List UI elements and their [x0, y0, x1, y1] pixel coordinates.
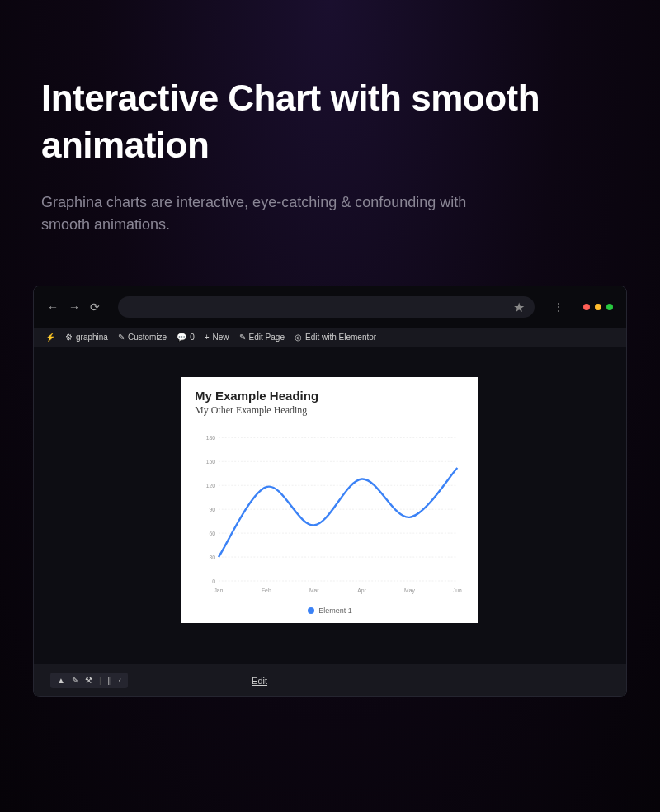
svg-text:Feb: Feb [262, 588, 271, 593]
elementor-icon: ◎ [295, 333, 302, 342]
wp-elementor-label: Edit with Elementor [305, 333, 376, 342]
wp-customize-link[interactable]: ✎ Customize [118, 333, 167, 342]
reload-icon[interactable]: ⟳ [90, 300, 100, 314]
tool-icon[interactable]: ⚒ [85, 676, 92, 685]
svg-text:90: 90 [210, 507, 216, 512]
wp-edit-label: Edit Page [249, 333, 285, 342]
back-icon[interactable]: ← [47, 300, 59, 314]
minimize-icon[interactable] [595, 304, 601, 310]
wp-new-label: New [213, 333, 229, 342]
wp-site-link[interactable]: ⚙ graphina [65, 333, 108, 342]
wp-admin-bar: ⚡ ⚙ graphina ✎ Customize 💬 0 + New ✎ Edi… [34, 328, 626, 347]
svg-text:120: 120 [206, 484, 216, 489]
editor-canvas: My Example Heading My Other Example Head… [34, 347, 626, 664]
wp-comments-count: 0 [190, 333, 195, 342]
hero-section: Interactive Chart with smooth animation … [0, 0, 660, 261]
svg-text:Mar: Mar [309, 588, 319, 593]
maximize-icon[interactable] [606, 304, 613, 310]
divider: | [99, 676, 101, 685]
svg-text:0: 0 [212, 578, 215, 584]
legend-dot-icon [308, 607, 314, 614]
browser-toolbar: ← → ⟳ ★ ⋮ [34, 286, 626, 328]
edit-link[interactable]: Edit [252, 676, 267, 686]
wp-logo-icon[interactable]: ⚡ [45, 333, 55, 342]
pause-icon[interactable]: || [108, 676, 112, 685]
svg-text:Jun: Jun [453, 588, 462, 593]
pointer-icon[interactable]: ▲ [57, 676, 65, 685]
svg-text:150: 150 [206, 460, 216, 465]
svg-text:180: 180 [206, 436, 216, 441]
hero-title: Interactive Chart with smooth animation [41, 74, 619, 168]
svg-text:May: May [404, 588, 415, 594]
traffic-lights [583, 304, 613, 310]
close-icon[interactable] [583, 304, 590, 310]
browser-window: ← → ⟳ ★ ⋮ ⚡ ⚙ graphina ✎ Customize 💬 0 + [33, 286, 627, 697]
wp-comments-link[interactable]: 💬 0 [177, 333, 195, 342]
comment-icon: 💬 [177, 333, 186, 342]
site-icon: ⚙ [65, 333, 73, 342]
elementor-toolbar: ▲ ✎ ⚒ | || ‹ Edit [34, 664, 626, 696]
line-chart: 0306090120150180JanFebMarAprMayJun [195, 427, 465, 600]
chart-widget[interactable]: My Example Heading My Other Example Head… [182, 377, 478, 623]
legend-label: Element 1 [318, 607, 352, 615]
customize-icon: ✎ [118, 333, 125, 342]
plus-icon: + [205, 333, 210, 342]
pencil-icon[interactable]: ✎ [72, 676, 78, 685]
wp-site-label: graphina [76, 333, 108, 342]
menu-dots-icon[interactable]: ⋮ [553, 300, 565, 314]
edit-icon: ✎ [239, 333, 246, 342]
chart-title: My Example Heading [195, 389, 465, 403]
back-icon[interactable]: ‹ [119, 676, 121, 685]
tool-group: ▲ ✎ ⚒ | || ‹ [50, 673, 128, 688]
forward-icon[interactable]: → [68, 300, 80, 314]
url-bar[interactable]: ★ [118, 296, 535, 318]
star-icon[interactable]: ★ [513, 300, 525, 315]
wp-new-link[interactable]: + New [205, 333, 229, 342]
wp-customize-label: Customize [128, 333, 167, 342]
svg-text:30: 30 [210, 555, 216, 560]
wp-edit-page-link[interactable]: ✎ Edit Page [239, 333, 285, 342]
chart-subtitle: My Other Example Heading [195, 404, 465, 417]
chart-legend: Element 1 [195, 607, 465, 615]
svg-text:Apr: Apr [357, 588, 366, 594]
wp-elementor-link[interactable]: ◎ Edit with Elementor [295, 333, 376, 342]
hero-subtitle: Graphina charts are interactive, eye-cat… [41, 191, 503, 236]
svg-text:60: 60 [210, 531, 216, 536]
svg-text:Jan: Jan [214, 588, 223, 593]
